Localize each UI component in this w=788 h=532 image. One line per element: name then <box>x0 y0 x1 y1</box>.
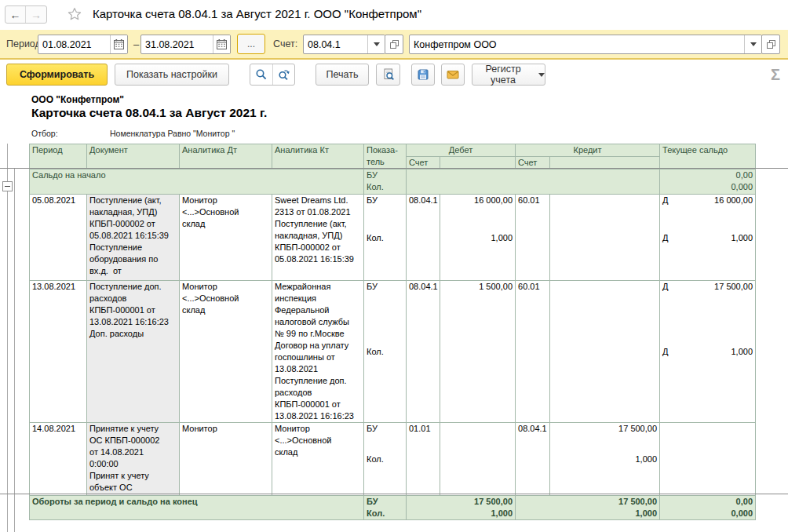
register-menu-label: Регистр учета <box>472 64 534 86</box>
search-next-icon[interactable] <box>272 64 294 85</box>
col-header-analytics-kt: Аналитика Кт <box>272 144 364 169</box>
organization-choose-icon[interactable] <box>761 35 780 54</box>
cell-document[interactable]: Поступление (акт, накладная, УПД) КПБП-0… <box>87 195 180 281</box>
organization-combo <box>409 35 762 54</box>
forward-button[interactable]: → <box>26 6 46 23</box>
chevron-down-icon[interactable] <box>744 35 761 53</box>
table-header-row: Период Документ Аналитика Дт Аналитика К… <box>30 144 756 157</box>
cell-analytics-dt[interactable]: Монитор <...>Основной склад <box>180 281 272 423</box>
calendar-icon[interactable] <box>110 35 127 53</box>
col-header-current-saldo: Текущее сальдо <box>660 144 756 169</box>
totals-saldo-cell: 0,000,000 <box>660 496 756 520</box>
group-tree-line <box>7 144 8 532</box>
nav-buttons: ← → <box>5 5 47 24</box>
register-menu-button[interactable]: Регистр учета <box>472 64 545 86</box>
account-label: Счет: <box>273 38 297 49</box>
cell-credit-sum[interactable] <box>550 281 660 423</box>
collapse-group-icon[interactable] <box>2 181 13 191</box>
cell-period[interactable]: 05.08.2021 <box>30 195 87 281</box>
calendar-icon[interactable] <box>213 35 230 53</box>
search-icon[interactable] <box>250 64 272 85</box>
cell-credit-account[interactable]: 60.01 <box>516 195 550 281</box>
totals-row[interactable]: Обороты за период и сальдо на конец БУКо… <box>30 496 756 520</box>
favorite-star-icon[interactable] <box>67 7 82 24</box>
cell-analytics-kt[interactable]: Межрайонная инспекция Федеральной налого… <box>272 281 364 423</box>
cell-analytics-kt[interactable]: Монитор <...>Основной склад <box>272 423 364 496</box>
col-header-credit: Кредит <box>516 144 660 157</box>
table-row: 05.08.2021 Поступление (акт, накладная, … <box>30 195 756 281</box>
report-organization: ООО "Конфетпром" <box>31 94 124 105</box>
date-to-input[interactable] <box>141 35 213 53</box>
table-row: 13.08.2021 Поступление доп. расходов КПБ… <box>30 281 756 423</box>
cell-debit-account[interactable]: 01.01 <box>407 423 440 496</box>
opening-balance-row[interactable]: Сальдо на начало БУКол. 0,000,000 <box>30 169 756 195</box>
cell-debit-sum[interactable]: 1 500,00 <box>440 281 516 423</box>
save-icon[interactable] <box>411 64 435 86</box>
show-settings-button[interactable]: Показать настройки <box>115 64 229 86</box>
filter-bar: Период: – ... Счет: <box>0 30 788 60</box>
cell-credit-account[interactable]: 08.04.1 <box>516 423 550 496</box>
account-choose-icon[interactable] <box>385 35 403 54</box>
date-from-field <box>38 35 128 54</box>
cell-document[interactable]: Принятие к учету ОС КПБП-000002 от 14.08… <box>87 423 180 496</box>
col-header-indicator: Показа-тель <box>364 144 407 169</box>
cell-current-saldo[interactable]: Д17 500,00 Д1,000 <box>660 281 756 423</box>
cell-current-saldo[interactable] <box>660 423 756 496</box>
report-filter-value: Номенклатура Равно "Монитор " <box>110 129 235 138</box>
email-icon[interactable] <box>441 64 465 86</box>
page-title: Карточка счета 08.04.1 за Август 2021 г.… <box>93 7 421 20</box>
col-header-debit: Дебет <box>407 144 516 157</box>
opening-indicator-cell: БУКол. <box>364 169 407 195</box>
toolbar: Сформировать Показать настройки Печать Р… <box>0 60 788 90</box>
chevron-down-icon[interactable] <box>367 35 385 53</box>
account-input[interactable] <box>304 35 367 53</box>
header-separator-line <box>0 168 788 169</box>
totals-debit-cell: 17 500,001,000 <box>407 496 516 520</box>
generate-button[interactable]: Сформировать <box>6 64 108 86</box>
table-row: 14.08.2021 Принятие к учету ОС КПБП-0000… <box>30 423 756 496</box>
report-filter-label: Отбор: <box>31 129 58 138</box>
cell-period[interactable]: 14.08.2021 <box>30 423 87 496</box>
totals-separator-line <box>0 494 788 494</box>
cell-analytics-dt[interactable]: Монитор <box>180 423 272 496</box>
cell-analytics-dt[interactable]: Монитор <...>Основной склад <box>180 195 272 281</box>
cell-credit-sum[interactable] <box>550 195 660 281</box>
col-header-analytics-dt: Аналитика Дт <box>180 144 272 169</box>
opening-empty-cell <box>407 169 660 195</box>
date-to-field <box>140 35 231 54</box>
search-button-group <box>250 64 295 86</box>
group-gutter-line <box>14 168 15 532</box>
cell-debit-sum[interactable] <box>440 423 516 496</box>
cell-debit-sum[interactable]: 16 000,001,000 <box>440 195 516 281</box>
chevron-down-icon <box>538 73 545 77</box>
date-range-dash: – <box>133 38 139 50</box>
totals-label: Обороты за период и сальдо на конец <box>30 496 364 520</box>
cell-current-saldo[interactable]: Д16 000,00 Д1,000 <box>660 195 756 281</box>
cell-indicator[interactable]: БУКол. <box>364 281 407 423</box>
totals-indicator-cell: БУКол. <box>364 496 407 520</box>
cell-credit-account[interactable]: 60.01 <box>516 281 550 423</box>
cell-period[interactable]: 13.08.2021 <box>30 281 87 423</box>
col-header-document: Документ <box>87 144 180 169</box>
cell-credit-sum[interactable]: 17 500,001,000 <box>550 423 660 496</box>
opening-saldo-cell: 0,000,000 <box>660 169 756 195</box>
totals-credit-cell: 17 500,001,000 <box>516 496 660 520</box>
cell-indicator[interactable]: БУКол. <box>364 195 407 281</box>
cell-debit-account[interactable]: 08.04.1 <box>407 195 440 281</box>
cell-indicator[interactable]: БУКол. <box>364 423 407 496</box>
back-button[interactable]: ← <box>5 6 26 23</box>
more-options-button[interactable]: ... <box>237 34 265 54</box>
organization-input[interactable] <box>410 35 744 53</box>
print-button[interactable]: Печать <box>316 64 369 86</box>
titlebar: ← → Карточка счета 08.04.1 за Август 202… <box>0 0 788 30</box>
opening-balance-label: Сальдо на начало <box>30 169 364 195</box>
col-header-period: Период <box>30 144 87 169</box>
cell-debit-account[interactable]: 08.04.1 <box>407 281 440 423</box>
report-title: Карточка счета 08.04.1 за Август 2021 г. <box>31 106 267 120</box>
account-combo <box>303 35 385 54</box>
date-from-input[interactable] <box>38 35 110 53</box>
cell-document[interactable]: Поступление доп. расходов КПБП-000001 от… <box>87 281 180 423</box>
cell-analytics-kt[interactable]: Sweet Dreams Ltd. 2313 от 01.08.2021 Пос… <box>272 195 364 281</box>
print-preview-icon[interactable] <box>376 64 400 86</box>
sum-sigma-icon[interactable]: Σ <box>771 66 780 84</box>
